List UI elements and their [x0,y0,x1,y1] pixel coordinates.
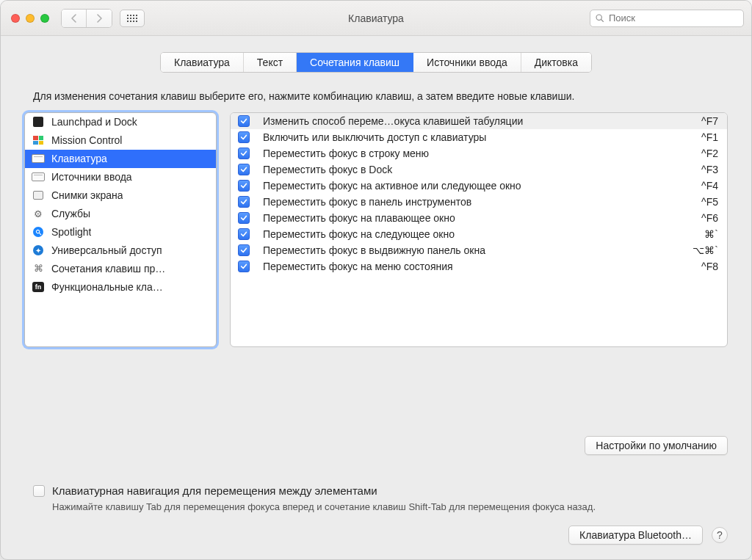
keyboard-nav-section: Клавиатурная навигация для перемещения м… [1,455,751,512]
shortcut-checkbox[interactable] [238,261,250,272]
defaults-row: Настройки по умолчанию [1,426,751,455]
search-icon [595,13,604,23]
tab-dictation[interactable]: Диктовка [521,53,591,72]
sidebar-item-label: Службы [51,208,90,219]
shortcut-list[interactable]: Изменить способ переме…окуса клавишей та… [230,112,728,347]
sidebar-item-accessibility[interactable]: ✦ Универсальный доступ [25,241,216,260]
shortcut-label: Переместить фокус на следующее окно [258,228,690,240]
shortcut-key: ^F6 [701,212,718,224]
shortcut-label: Переместить фокус в строку меню [258,148,687,159]
sidebar-item-spotlight[interactable]: Spotlight [25,223,216,241]
chevron-right-icon [95,14,103,23]
shortcut-label: Переместить фокус на активное или следую… [258,180,687,192]
titlebar: Клавиатура [1,1,751,36]
check-icon [240,230,247,238]
shortcut-row[interactable]: Переместить фокус на меню состояния^F8 [231,258,727,274]
shortcut-checkbox[interactable] [238,244,250,256]
mission-control-icon [31,134,46,146]
shortcut-checkbox[interactable] [238,115,250,127]
shortcut-checkbox[interactable] [238,148,250,159]
help-button[interactable]: ? [712,527,728,543]
spotlight-icon [31,226,46,238]
tab-shortcuts[interactable]: Сочетания клавиш [297,53,413,72]
window-controls [11,14,49,23]
sidebar-item-screenshots[interactable]: Снимки экрана [25,186,216,205]
shortcut-row[interactable]: Переместить фокус в Dock^F3 [231,161,727,178]
check-icon [240,263,247,270]
shortcut-checkbox[interactable] [238,196,250,208]
shortcut-checkbox[interactable] [238,180,250,192]
bluetooth-keyboard-button[interactable]: Клавиатура Bluetooth… [568,526,703,545]
sidebar-item-services[interactable]: ⚙︎ Службы [25,205,216,223]
shortcut-label: Переместить фокус в выдвижную панель окн… [258,244,678,256]
shortcut-label: Переместить фокус в панель инструментов [258,196,687,208]
keyboard-nav-subtext: Нажимайте клавишу Tab для перемещения фо… [33,497,719,512]
check-icon [240,214,247,222]
show-all-button[interactable] [120,10,145,27]
minimize-button[interactable] [26,14,35,23]
shortcut-row[interactable]: Переместить фокус в панель инструментов^… [231,194,727,210]
shortcut-checkbox[interactable] [238,212,250,224]
sidebar-item-input-sources[interactable]: Источники ввода [25,168,216,186]
back-button[interactable] [62,10,87,27]
close-button[interactable] [11,14,20,23]
shortcut-row[interactable]: Переместить фокус в строку меню^F2 [231,145,727,161]
check-icon [240,182,247,189]
check-icon [240,198,247,206]
sidebar-item-label: Сочетания клавиш пр… [51,263,165,274]
search-field[interactable] [590,10,744,27]
keyboard-icon [31,153,46,164]
gear-icon: ⚙︎ [31,208,46,219]
shortcut-row[interactable]: Переместить фокус на активное или следую… [231,178,727,194]
shortcut-key: ^F7 [701,115,718,127]
sidebar-item-label: Mission Control [51,134,122,146]
tab-keyboard[interactable]: Клавиатура [161,53,244,72]
content-panes: Launchpad и Dock Mission Control Клавиат… [1,112,751,426]
accessibility-icon: ✦ [31,244,46,256]
shortcut-row[interactable]: Переместить фокус на следующее окно⌘` [231,226,727,242]
footer: Клавиатура Bluetooth… ? [1,512,751,559]
shortcut-label: Переместить фокус на меню состояния [258,261,687,272]
sidebar-item-label: Универсальный доступ [51,244,162,256]
shortcut-checkbox[interactable] [238,164,250,175]
shortcut-key: ⌥⌘` [693,244,718,256]
shortcut-key: ⌘` [704,228,718,240]
shortcut-row[interactable]: Переместить фокус в выдвижную панель окн… [231,242,727,258]
tab-input-sources[interactable]: Источники ввода [413,53,521,72]
shortcut-panel: Изменить способ переме…окуса клавишей та… [230,112,728,426]
check-icon [240,134,247,141]
sidebar-item-keyboard[interactable]: Клавиатура [25,150,216,168]
check-icon [240,117,247,125]
restore-defaults-button[interactable]: Настройки по умолчанию [585,436,728,455]
shortcut-row[interactable]: Включить или выключить доступ с клавиату… [231,129,727,145]
sidebar-item-function-keys[interactable]: fn Функциональные кла… [25,278,216,297]
shortcut-checkbox[interactable] [238,228,250,240]
keyboard-nav-checkbox[interactable] [33,485,45,497]
shortcut-checkbox[interactable] [238,131,250,143]
nav-segmented [61,9,112,28]
shortcut-key: ^F8 [701,261,718,272]
search-input[interactable] [607,12,739,24]
grid-icon [127,15,137,22]
sidebar-item-app-shortcuts[interactable]: ⌘ Сочетания клавиш пр… [25,260,216,278]
shortcut-key: ^F5 [701,196,718,208]
check-icon [240,150,247,157]
shortcut-row[interactable]: Изменить способ переме…окуса клавишей та… [231,113,727,129]
shortcut-row[interactable]: Переместить фокус на плавающее окно^F6 [231,210,727,226]
sidebar-item-launchpad[interactable]: Launchpad и Dock [25,113,216,131]
input-sources-icon [31,171,46,183]
sidebar-item-mission-control[interactable]: Mission Control [25,131,216,150]
shortcut-label: Переместить фокус в Dock [258,164,687,175]
keyboard-nav-checkbox-row[interactable]: Клавиатурная навигация для перемещения м… [33,484,719,497]
tab-text[interactable]: Текст [244,53,297,72]
forward-button[interactable] [87,10,112,27]
shortcut-label: Включить или выключить доступ с клавиату… [258,131,687,143]
shortcut-key: ^F1 [701,131,718,143]
shortcut-key: ^F3 [701,164,718,175]
category-sidebar[interactable]: Launchpad и Dock Mission Control Клавиат… [24,112,217,347]
sidebar-item-label: Источники ввода [51,171,132,183]
maximize-button[interactable] [40,14,49,23]
screenshots-icon [31,189,46,201]
instructions-text: Для изменения сочетания клавиш выберите … [1,73,751,112]
svg-line-1 [601,20,604,22]
